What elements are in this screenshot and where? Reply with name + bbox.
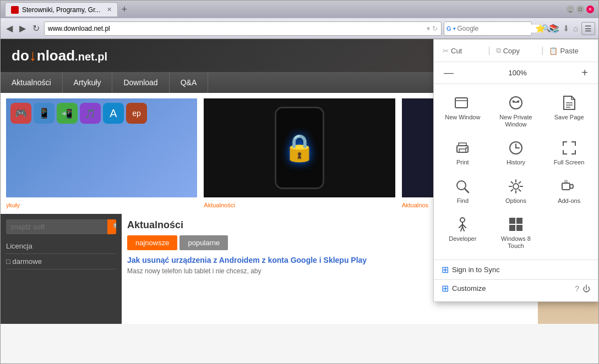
- svg-rect-27: [509, 225, 515, 231]
- sidebar-search-box: 🔍: [6, 219, 116, 234]
- windows8-icon: [507, 216, 525, 233]
- full-screen-icon: [560, 139, 578, 157]
- navigation-bar: ◀ ▶ ↻ ▾ ↻ G ▾ 🔍 ⭐ 📚 ⬇ ⌂ ☰: [1, 18, 598, 39]
- menu-windows8[interactable]: Windows 8 Touch: [489, 210, 543, 255]
- zoom-out-button[interactable]: —: [439, 66, 458, 80]
- help-icon[interactable]: ?: [575, 284, 579, 293]
- phone-lock-image: 🔒: [275, 107, 324, 189]
- news-tab-najnowsze[interactable]: najnowsze: [127, 235, 177, 250]
- menu-full-screen[interactable]: Full Screen: [542, 134, 596, 172]
- app-icon-3: 📲: [57, 103, 78, 124]
- news-tab-popularne[interactable]: popularne: [179, 235, 228, 250]
- content-area: do↓nload.net.pl f g+ Aktualności Artykuł…: [1, 39, 598, 363]
- menu-edit-row: ✂ Cut | ⧉ Copy | 📋 Paste: [434, 40, 598, 62]
- tab-favicon: [11, 6, 19, 14]
- tab-title: Sterowniki, Programy, Gr...: [22, 6, 100, 14]
- app-icon-5: ep: [126, 103, 147, 124]
- menu-find[interactable]: Find: [436, 172, 489, 210]
- svg-point-19: [460, 218, 465, 222]
- forward-button[interactable]: ▶: [17, 22, 28, 35]
- app-icon-1: 🎮: [10, 103, 31, 124]
- back-button[interactable]: ◀: [4, 22, 15, 35]
- add-ons-label: Add-ons: [558, 197, 580, 205]
- menu-zoom-row: — 100% +: [434, 62, 598, 84]
- browser-window: Sterowniki, Programy, Gr... ✕ + _ □ ✕ ◀ …: [0, 0, 599, 364]
- menu-history[interactable]: History: [489, 134, 543, 172]
- minimize-button[interactable]: _: [567, 5, 574, 13]
- sidebar-link-darmowe[interactable]: □ darmowe: [6, 254, 116, 269]
- menu-add-ons[interactable]: Add-ons: [542, 172, 596, 210]
- copy-button[interactable]: ⧉ Copy: [493, 44, 540, 57]
- card-2-label: Aktualności: [204, 202, 395, 208]
- card-2[interactable]: 🔒 Aktualności Jak zrobić Jailbreak w iOS…: [204, 98, 395, 208]
- logo-do: do: [12, 47, 29, 64]
- customize-label[interactable]: Customize: [452, 284, 571, 293]
- power-icon[interactable]: ⏻: [582, 284, 590, 293]
- nav-aktualnosci[interactable]: Aktualności: [1, 72, 63, 93]
- menu-icon-grid: New Window New Private Window: [434, 84, 598, 260]
- bookmark-star-icon[interactable]: ⭐: [534, 23, 547, 35]
- menu-options[interactable]: Options: [489, 172, 543, 210]
- svg-rect-17: [562, 183, 570, 190]
- menu-customize-row: ⊞ Customize ? ⏻: [434, 280, 598, 297]
- sidebar-link-licencja[interactable]: Licencja: [6, 239, 116, 254]
- refresh-button[interactable]: ↻: [30, 22, 42, 35]
- search-bar: G ▾ 🔍: [444, 21, 532, 36]
- new-private-window-label: New Private Window: [493, 114, 540, 128]
- search-input[interactable]: [458, 25, 540, 32]
- tab-close-btn[interactable]: ✕: [107, 6, 112, 13]
- refresh-icon[interactable]: ↻: [432, 25, 438, 32]
- windows8-label: Windows 8 Touch: [493, 235, 540, 250]
- paste-button[interactable]: 📋 Paste: [546, 45, 592, 57]
- address-bar-wrap: ▾ ↻: [44, 21, 442, 36]
- address-dropdown-icon[interactable]: ▾: [427, 25, 430, 32]
- svg-line-15: [465, 189, 469, 192]
- menu-save-page[interactable]: Save Page: [542, 89, 596, 134]
- maximize-button[interactable]: □: [576, 5, 584, 13]
- svg-rect-26: [516, 218, 522, 224]
- close-button[interactable]: ✕: [586, 5, 594, 13]
- new-tab-button[interactable]: +: [121, 4, 127, 15]
- history-label: History: [507, 159, 525, 166]
- paste-icon: 📋: [549, 47, 558, 55]
- sync-icon: ⊞: [442, 264, 449, 275]
- find-label: Find: [457, 197, 469, 205]
- lock-icon: 🔒: [283, 133, 316, 163]
- menu-new-private-window[interactable]: New Private Window: [489, 89, 543, 134]
- bookmark-list-icon[interactable]: 📚: [548, 23, 560, 35]
- cut-icon: ✂: [443, 47, 449, 55]
- app-store-icon: A: [103, 103, 124, 124]
- zoom-in-button[interactable]: +: [577, 65, 592, 80]
- paste-label: Paste: [560, 47, 578, 55]
- save-page-label: Save Page: [554, 114, 584, 121]
- logo-nload: nload: [37, 47, 75, 64]
- browser-tab-active[interactable]: Sterowniki, Programy, Gr... ✕: [5, 2, 118, 16]
- cut-button[interactable]: ✂ Cut: [439, 45, 486, 57]
- zoom-level-label: 100%: [462, 69, 573, 77]
- address-input[interactable]: [48, 25, 427, 32]
- sidebar-search-submit[interactable]: 🔍: [107, 219, 116, 234]
- menu-print[interactable]: Print: [436, 134, 489, 172]
- add-ons-icon: [560, 178, 578, 195]
- svg-line-24: [462, 227, 464, 231]
- cut-label: Cut: [451, 47, 462, 55]
- menu-button[interactable]: ☰: [581, 22, 595, 35]
- menu-developer[interactable]: Developer: [436, 210, 489, 255]
- svg-rect-0: [455, 98, 467, 108]
- nav-artykuly[interactable]: Artykuły: [63, 72, 113, 93]
- download-icon[interactable]: ⬇: [562, 23, 571, 35]
- window-controls: _ □ ✕: [567, 5, 594, 13]
- menu-new-window[interactable]: New Window: [436, 89, 489, 134]
- nav-qna[interactable]: Q&A: [170, 72, 209, 93]
- sidebar-search-input[interactable]: [6, 219, 107, 234]
- home-icon[interactable]: ⌂: [572, 23, 579, 35]
- svg-point-10: [466, 147, 467, 149]
- nav-download[interactable]: Download: [112, 72, 169, 93]
- search-brand: ▾: [453, 26, 456, 31]
- card-1[interactable]: 🎮 📱 📲 🎵 A ep ykuły ezbędnik iPhone la ni…: [6, 98, 197, 208]
- developer-icon: [454, 216, 471, 233]
- popup-menu: ✂ Cut | ⧉ Copy | 📋 Paste — 100% +: [433, 39, 598, 302]
- menu-sync-row[interactable]: ⊞ Sign in to Sync: [434, 260, 598, 280]
- customize-actions: ? ⏻: [575, 284, 590, 293]
- title-bar: Sterowniki, Programy, Gr... ✕ + _ □ ✕: [1, 1, 598, 18]
